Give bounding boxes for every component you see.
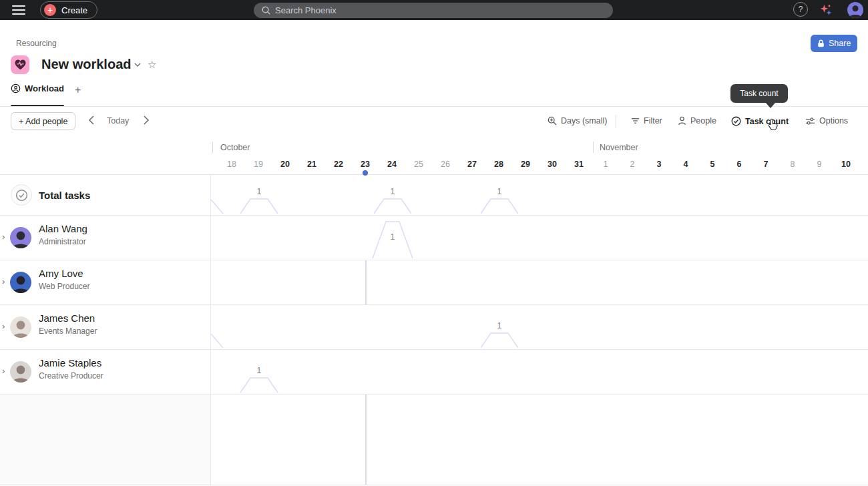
workload-bump: [240, 378, 278, 393]
next-period-chevron-icon[interactable]: [143, 115, 150, 125]
health-heart-icon: [15, 59, 26, 70]
person-name: James Chen: [39, 312, 95, 324]
task-count-value: 1: [497, 187, 502, 196]
row-graph-area: 1: [210, 305, 868, 349]
today-button[interactable]: Today: [107, 116, 129, 126]
day-header-28: 28: [485, 160, 512, 169]
filter-icon: [631, 117, 640, 125]
workload-tab-icon: [11, 83, 21, 93]
workload-bump: [481, 333, 518, 348]
ai-sparkles-icon[interactable]: [819, 3, 833, 17]
person-name: Alan Wang: [39, 223, 87, 234]
zoom-icon: [548, 116, 557, 126]
day-header-27: 27: [459, 160, 485, 169]
row-graph-area: [210, 260, 868, 304]
user-avatar-photo: [847, 2, 863, 18]
task-count-tooltip: Task count: [730, 84, 788, 103]
total-tasks-label: Total tasks: [39, 190, 90, 201]
person-name: Jamie Staples: [39, 357, 101, 369]
check-circle-icon: [731, 116, 741, 126]
day-header-18: 18: [218, 160, 245, 169]
day-header-4: 4: [672, 160, 699, 169]
workload-bump: [481, 199, 518, 214]
prev-period-chevron-icon[interactable]: [88, 115, 95, 125]
day-header-21: 21: [298, 160, 325, 169]
row-graph-area: 111: [210, 175, 868, 215]
expand-row-chevron-icon[interactable]: ›: [2, 321, 5, 331]
person-icon: [678, 116, 686, 126]
expand-row-chevron-icon[interactable]: ›: [2, 232, 5, 242]
options-button[interactable]: Options: [805, 116, 848, 126]
search-icon: [262, 6, 270, 15]
hamburger-menu-icon[interactable]: [12, 5, 25, 15]
task-count-value: 1: [391, 187, 395, 196]
day-header-24: 24: [379, 160, 405, 169]
workload-rows: Total tasks111›Alan WangAdministrator1›A…: [0, 175, 868, 395]
page-title[interactable]: New workload: [41, 57, 131, 72]
zoom-level-label: Days (small): [561, 116, 607, 126]
avatar-james-chen: [10, 316, 31, 338]
day-header-5: 5: [699, 160, 726, 169]
expand-row-chevron-icon[interactable]: ›: [2, 276, 5, 286]
day-header-9: 9: [806, 160, 833, 169]
row-total-tasks: Total tasks111: [0, 175, 868, 216]
search-placeholder: Search Phoenix: [275, 5, 337, 15]
person-role: Web Producer: [39, 282, 89, 291]
toolbar: + Add people Today Days (small) Filter P…: [0, 107, 868, 135]
day-header-20: 20: [272, 160, 298, 169]
create-button[interactable]: + Create: [40, 1, 97, 19]
person-role: Creative Producer: [39, 371, 103, 381]
row-person-alan-wang: ›Alan WangAdministrator1: [0, 216, 868, 260]
expand-row-chevron-icon[interactable]: ›: [2, 366, 5, 376]
lock-icon: [817, 39, 825, 47]
breadcrumb[interactable]: Resourcing: [16, 39, 57, 48]
day-header-10: 10: [833, 160, 859, 169]
timeline-header: OctoberNovember1819202122232425262728293…: [0, 135, 868, 175]
month-tick: [212, 142, 213, 153]
day-header-8: 8: [779, 160, 806, 169]
task-count-value: 1: [257, 187, 262, 196]
share-button-label: Share: [829, 39, 851, 48]
add-people-button[interactable]: + Add people: [11, 112, 75, 130]
task-count-value: 1: [257, 366, 262, 375]
bottom-empty-area: [0, 395, 868, 485]
active-tab-underline: [11, 105, 64, 106]
person-role: Administrator: [39, 237, 86, 246]
task-count-label: Task count: [745, 117, 789, 126]
day-header-23: 23: [352, 160, 379, 169]
day-header-26: 26: [432, 160, 459, 169]
help-button[interactable]: ?: [793, 2, 808, 17]
add-tab-button[interactable]: +: [75, 84, 81, 96]
user-avatar[interactable]: [847, 2, 863, 18]
workload-bump: [240, 199, 278, 214]
day-header-29: 29: [512, 160, 539, 169]
day-header-19: 19: [245, 160, 272, 169]
favorite-star-icon[interactable]: ☆: [148, 59, 156, 71]
people-button[interactable]: People: [678, 116, 716, 126]
tab-workload[interactable]: Workload: [11, 83, 64, 99]
search-input[interactable]: Search Phoenix: [254, 3, 613, 18]
workload-curve-tail: [211, 200, 223, 214]
day-header-31: 31: [566, 160, 592, 169]
toolbar-divider: [616, 115, 616, 128]
options-sliders-icon: [805, 117, 815, 126]
day-header-2: 2: [619, 160, 646, 169]
row-person-james-chen: ›James ChenEvents Manager1: [0, 305, 868, 350]
avatar-jamie-staples: [10, 361, 31, 383]
task-count-value: 1: [497, 321, 502, 330]
share-button[interactable]: Share: [811, 35, 857, 52]
row-person-jamie-staples: ›Jamie StaplesCreative Producer1: [0, 350, 868, 395]
tooltip-arrow: [765, 102, 776, 108]
title-dropdown-chevron-icon[interactable]: [134, 61, 142, 69]
avatar-amy-love: [10, 272, 31, 293]
day-header-22: 22: [325, 160, 352, 169]
zoom-level-button[interactable]: Days (small): [548, 116, 607, 126]
workload-curve-tail: [211, 334, 223, 348]
month-label: October: [220, 143, 250, 152]
person-role: Events Manager: [39, 326, 97, 336]
filter-button[interactable]: Filter: [631, 116, 662, 126]
people-label: People: [690, 116, 716, 126]
day-header-30: 30: [539, 160, 566, 169]
day-header-7: 7: [752, 160, 779, 169]
task-count-button[interactable]: Task count: [731, 116, 789, 126]
